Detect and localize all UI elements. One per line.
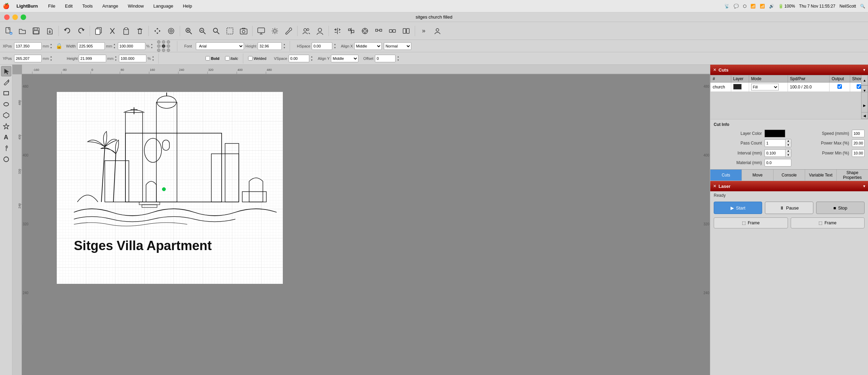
circle-tool[interactable] [1,154,11,164]
height-stepper[interactable]: ▲▼ [283,43,286,50]
panel-left-arrow[interactable]: ◀ [861,112,868,119]
material-input[interactable] [765,159,791,167]
canvas-container[interactable]: -160 -80 0 80 160 240 320 400 48 [12,65,710,375]
menu-language[interactable]: Language [151,3,175,9]
bold-toggle[interactable]: Bold [205,56,219,61]
flip-h-button[interactable] [331,24,344,38]
undo-button[interactable] [61,24,74,38]
percent1-stepper[interactable]: ▲▼ [151,43,153,50]
aligny-select[interactable]: MiddleTopBottom [331,55,358,62]
hspace-input[interactable] [312,42,332,50]
tab-console[interactable]: Console [774,170,805,181]
export-button[interactable] [43,24,56,38]
frame-button-2[interactable]: ⬚ Frame [791,217,865,228]
interval-down[interactable]: ▼ [786,153,791,157]
ypos-stepper[interactable]: ▲▼ [50,55,52,62]
row-output[interactable] [830,83,850,92]
interval-input[interactable] [765,149,785,157]
select-region-button[interactable] [223,24,236,38]
font-select[interactable]: Arial [196,42,244,50]
menu-file[interactable]: File [46,3,57,9]
pass-count-up[interactable]: ▲ [786,139,791,143]
percent2-input[interactable] [119,55,146,62]
draw-tool[interactable] [1,77,11,87]
height-stepper2[interactable]: ▲▼ [114,55,117,62]
move-button[interactable] [151,24,164,38]
power-min-input[interactable] [852,149,865,157]
rect-tool[interactable] [1,88,11,98]
italic-toggle[interactable]: Italic [225,56,238,61]
stop-button[interactable]: ■ Stop [816,202,865,214]
start-button[interactable]: ▶ Start [714,202,762,214]
maximize-button[interactable] [21,14,26,20]
laser-panel-collapse[interactable]: ▾ [863,184,865,189]
pass-count-stepper[interactable]: ▲ ▼ [785,139,791,147]
show-checkbox[interactable] [857,84,861,89]
star-tool[interactable] [1,121,11,131]
tools-button[interactable] [282,24,295,38]
weld-button[interactable] [386,24,399,38]
vspace-stepper[interactable]: ▲▼ [311,55,313,62]
offset-stepper[interactable]: ▲▼ [397,55,399,62]
passthrough-button[interactable] [400,24,413,38]
width-input[interactable] [77,42,105,50]
tab-move[interactable]: Move [742,170,774,181]
row-layer[interactable] [731,83,749,92]
tab-shape-properties[interactable]: Shape Properties [837,170,868,181]
redo-button[interactable] [75,24,88,38]
menu-help[interactable]: Help [181,3,194,9]
clone-button[interactable] [165,24,178,38]
offset-input[interactable] [375,55,396,62]
minimize-button[interactable] [12,14,18,20]
output-checkbox[interactable] [837,84,842,89]
menu-tools[interactable]: Tools [80,3,94,9]
target-button[interactable] [358,24,371,38]
color-swatch[interactable] [733,84,742,89]
menu-edit[interactable]: Edit [63,3,75,9]
tab-cuts[interactable]: Cuts [710,170,742,181]
tab-variable-text[interactable]: Variable Text [805,170,837,181]
open-button[interactable] [16,24,29,38]
ypos-input[interactable] [14,55,42,62]
ellipse-tool[interactable] [1,99,11,109]
users-button[interactable] [300,24,313,38]
width-stepper[interactable]: ▲▼ [113,43,116,50]
cuts-panel-close[interactable]: ✕ [713,67,716,72]
lock-icon[interactable]: 🔒 [56,43,63,49]
pause-button[interactable]: ⏸ Pause [765,202,813,214]
normal-select[interactable]: Normal [384,42,411,50]
xpos-stepper[interactable]: ▲▼ [50,43,52,50]
percent2-stepper[interactable]: ▲▼ [152,55,154,62]
align-button[interactable] [345,24,358,38]
camera-button[interactable] [237,24,250,38]
welded-toggle[interactable]: Welded [248,56,266,61]
canvas-work[interactable]: 480 400 320 240 480 400 320 240 [22,74,710,375]
percent1-input[interactable] [118,42,145,50]
account-button[interactable] [431,24,444,38]
select-tool[interactable] [1,66,11,76]
node-edit-button[interactable] [372,24,385,38]
speed-input[interactable] [852,130,865,137]
more-button[interactable]: » [417,24,430,38]
frame-button-1[interactable]: ⬚ Frame [714,217,788,228]
close-button[interactable] [4,14,10,20]
pass-count-down[interactable]: ▼ [786,143,791,147]
row-mode[interactable]: FillLineFill+Line [749,83,788,92]
mode-select[interactable]: FillLineFill+Line [751,84,779,90]
copy-button[interactable] [92,24,105,38]
search-icon[interactable]: 🔍 [860,4,865,9]
zoom-in-button[interactable] [182,24,195,38]
zoom-out-button[interactable] [196,24,209,38]
interval-stepper[interactable]: ▲ ▼ [785,149,791,157]
cuts-panel-collapse[interactable]: ▾ [863,67,865,72]
font-height-input[interactable] [258,42,282,50]
hspace-stepper[interactable]: ▲▼ [334,43,336,50]
menu-arrange[interactable]: Arrange [100,3,120,9]
new-button[interactable]: + [2,24,15,38]
polygon-tool[interactable] [1,110,11,120]
layer-color-swatch[interactable] [765,130,785,137]
user-button[interactable] [313,24,326,38]
vspace-input[interactable] [289,55,309,62]
pin-tool[interactable] [1,143,11,153]
save-button[interactable] [30,24,43,38]
